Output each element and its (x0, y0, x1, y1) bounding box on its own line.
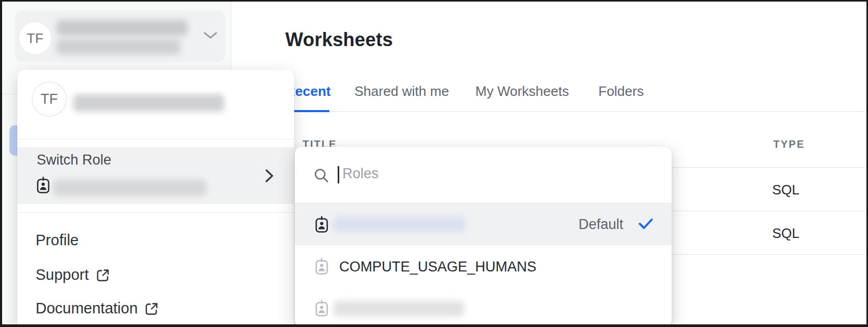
worksheet-type-cell: SQL (772, 182, 799, 198)
tab-folders[interactable]: Folders (598, 83, 644, 100)
role-badge-icon (315, 216, 328, 235)
tab-bar-baseline (285, 111, 865, 112)
redacted-role-name (333, 301, 464, 317)
check-icon (638, 218, 653, 232)
window-border (0, 324, 868, 327)
menu-item-profile[interactable]: Profile (17, 228, 294, 252)
role-option-compute-usage-humans[interactable]: COMPUTE_USAGE_HUMANS (295, 245, 672, 287)
avatar-initials: TF (27, 30, 43, 47)
menu-item-label: Support (36, 266, 89, 284)
redacted-user-name (73, 94, 224, 112)
tab-my-worksheets[interactable]: My Worksheets (475, 83, 569, 100)
redacted-account-subtext (57, 39, 180, 54)
menu-item-label: Documentation (36, 300, 138, 317)
default-role-tag: Default (578, 216, 624, 233)
role-switcher-popup: Roles Default (295, 147, 672, 327)
external-link-icon (96, 268, 110, 282)
chevron-right-icon (265, 169, 274, 185)
redacted-current-role (53, 180, 206, 195)
worksheet-type-cell: SQL (772, 225, 799, 242)
external-link-icon (144, 302, 159, 316)
search-placeholder: Roles (342, 166, 379, 182)
switch-role-label: Switch Role (37, 152, 112, 168)
role-option-redacted[interactable] (295, 287, 672, 327)
search-icon (314, 168, 329, 186)
role-option-default[interactable]: Default (295, 203, 672, 245)
avatar: TF (32, 82, 66, 116)
role-badge-icon (37, 177, 50, 195)
redacted-account-name (57, 20, 187, 36)
snowsight-window: TF Worksheets Recent Shared with me My W… (0, 0, 868, 327)
window-border (0, 0, 2, 327)
avatar-initials: TF (41, 91, 58, 107)
roles-search-input[interactable]: Roles (295, 147, 672, 203)
role-badge-icon (315, 258, 328, 277)
redacted-role-name (333, 217, 465, 232)
chevron-down-icon (203, 31, 218, 42)
account-switcher-button[interactable]: TF (15, 10, 225, 62)
menu-divider (17, 212, 294, 213)
avatar: TF (19, 22, 51, 54)
menu-item-switch-role[interactable]: Switch Role (17, 147, 294, 204)
column-header-type[interactable]: TYPE (773, 138, 805, 150)
user-menu-dropdown: TF Switch Role P (17, 70, 294, 327)
menu-item-label: Profile (36, 232, 79, 249)
window-border (0, 0, 868, 2)
menu-item-documentation[interactable]: Documentation (17, 297, 294, 320)
text-cursor (338, 166, 339, 183)
menu-item-support[interactable]: Support (17, 263, 294, 286)
tab-shared-with-me[interactable]: Shared with me (354, 83, 449, 100)
menu-divider (17, 139, 294, 139)
role-name: COMPUTE_USAGE_HUMANS (339, 259, 537, 275)
role-badge-icon (315, 300, 328, 319)
page-title: Worksheets (285, 29, 393, 51)
